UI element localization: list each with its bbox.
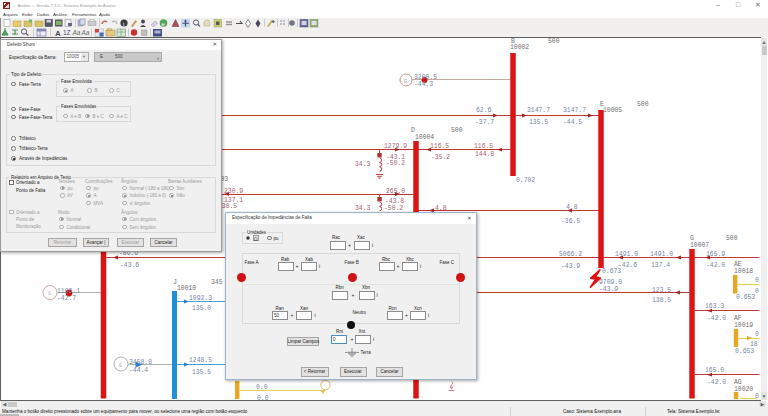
svg-text:-43.9: -43.9 xyxy=(561,263,580,270)
svg-text:Aa: Aa xyxy=(81,29,90,36)
svg-text:34.3: 34.3 xyxy=(355,161,371,168)
svg-text:-50.2: -50.2 xyxy=(386,160,405,167)
svg-text:5066.2: 5066.2 xyxy=(559,251,582,258)
svg-text:-42.0: -42.0 xyxy=(707,379,726,386)
svg-text:-37.7: -37.7 xyxy=(475,119,494,126)
svg-text:10004: 10004 xyxy=(415,134,434,141)
svg-text:-43.9: -43.9 xyxy=(599,286,618,293)
svg-text:1279.9: 1279.9 xyxy=(384,143,407,150)
svg-text:135.5: 135.5 xyxy=(529,119,548,126)
svg-text:Aa: Aa xyxy=(72,29,81,36)
svg-text:0.653: 0.653 xyxy=(735,348,754,355)
svg-text:-86.6: -86.6 xyxy=(119,250,138,257)
svg-text:0: 0 xyxy=(755,331,759,338)
svg-text:0: 0 xyxy=(755,288,759,295)
svg-text:123.5: 123.5 xyxy=(652,287,671,294)
svg-text:-42.0: -42.0 xyxy=(707,315,726,322)
svg-text:-43.6: -43.6 xyxy=(120,262,139,269)
svg-text:10020: 10020 xyxy=(734,386,753,393)
svg-text:10002: 10002 xyxy=(510,44,529,51)
svg-text:165.0: 165.0 xyxy=(705,367,724,374)
svg-text:-35.2: -35.2 xyxy=(431,154,450,161)
svg-text:3147.7: 3147.7 xyxy=(563,107,586,114)
svg-text:165.9: 165.9 xyxy=(706,251,725,258)
svg-text:3200.5: 3200.5 xyxy=(414,74,437,81)
svg-text:0.0: 0.0 xyxy=(257,395,269,400)
svg-text:A: A xyxy=(55,29,61,38)
svg-text:-42.0: -42.0 xyxy=(706,262,725,269)
svg-text:500: 500 xyxy=(451,127,463,134)
svg-text:-44.5: -44.5 xyxy=(563,119,582,126)
svg-text:135.5: 135.5 xyxy=(192,369,211,376)
svg-text:1Z: 1Z xyxy=(63,29,71,36)
svg-text:1248.5: 1248.5 xyxy=(189,357,212,364)
svg-text:1106.1: 1106.1 xyxy=(57,288,80,295)
svg-text:116.5: 116.5 xyxy=(430,143,449,150)
svg-text:265.0: 265.0 xyxy=(386,188,405,195)
svg-text:345: 345 xyxy=(211,279,223,286)
svg-text:500: 500 xyxy=(548,38,560,45)
svg-text:10010: 10010 xyxy=(177,285,196,292)
svg-text:163.3: 163.3 xyxy=(705,303,724,310)
svg-text:9709.0: 9709.0 xyxy=(599,279,622,286)
svg-text:i: i xyxy=(123,21,124,27)
svg-text:62.6: 62.6 xyxy=(476,107,492,114)
svg-text:144.8: 144.8 xyxy=(475,151,494,158)
svg-text:10003: 10003 xyxy=(209,176,228,183)
svg-text:10018: 10018 xyxy=(734,268,753,275)
svg-text:1092.3: 1092.3 xyxy=(189,295,212,302)
svg-text:34.3: 34.3 xyxy=(355,205,371,212)
svg-text:-50.2: -50.2 xyxy=(384,205,403,212)
svg-text:116.5: 116.5 xyxy=(474,143,493,150)
svg-text:138.5: 138.5 xyxy=(218,203,237,210)
svg-text:500: 500 xyxy=(726,235,738,242)
svg-text:-42.7: -42.7 xyxy=(57,295,76,302)
svg-text:0: 0 xyxy=(755,277,759,284)
svg-text:0.673: 0.673 xyxy=(602,268,621,275)
svg-text:230.9: 230.9 xyxy=(224,188,243,195)
svg-text:-36.5: -36.5 xyxy=(561,218,580,225)
svg-text:-44.4: -44.4 xyxy=(129,367,148,374)
svg-text:1491.0: 1491.0 xyxy=(615,251,638,258)
svg-text:4.8: 4.8 xyxy=(435,205,447,212)
svg-text:0.653: 0.653 xyxy=(736,294,755,301)
svg-text:4.8: 4.8 xyxy=(566,204,578,211)
svg-text:137.4: 137.4 xyxy=(651,262,670,269)
svg-text:18: 18 xyxy=(750,341,758,348)
svg-text:500: 500 xyxy=(637,101,649,108)
svg-text:0.702: 0.702 xyxy=(516,177,535,184)
svg-text:135.0: 135.0 xyxy=(192,305,211,312)
svg-text:1491.0: 1491.0 xyxy=(650,251,673,258)
svg-text:-44.3: -44.3 xyxy=(414,81,433,88)
svg-text:10007: 10007 xyxy=(690,242,709,249)
svg-text:0.0: 0.0 xyxy=(256,384,268,391)
svg-text:10005: 10005 xyxy=(603,107,622,114)
svg-text:3147.7: 3147.7 xyxy=(527,107,550,114)
svg-text:138.5: 138.5 xyxy=(652,297,671,304)
svg-text:10019: 10019 xyxy=(734,322,753,329)
svg-text:3458.8: 3458.8 xyxy=(129,359,152,366)
svg-text:0: 0 xyxy=(755,393,759,400)
